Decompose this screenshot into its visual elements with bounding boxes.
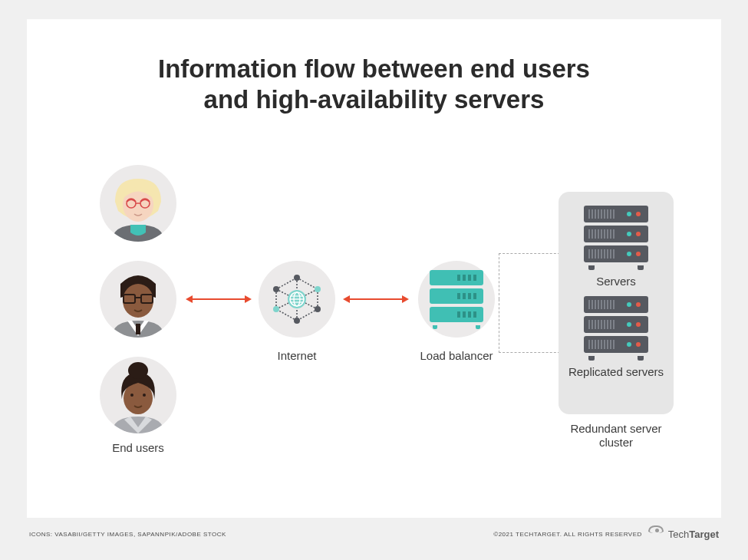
globe-network-icon [270, 272, 324, 326]
diagram-card: Information flow between end users and h… [27, 19, 721, 518]
svg-point-25 [294, 275, 300, 281]
person-icon [100, 357, 176, 433]
svg-point-28 [294, 318, 300, 324]
connector-to-replicas [499, 299, 560, 353]
svg-line-18 [276, 278, 297, 289]
svg-point-27 [315, 306, 321, 312]
load-balancer-icon [430, 270, 483, 329]
connector-to-servers [499, 253, 560, 299]
cluster-label: Redundant server cluster [555, 422, 677, 450]
svg-point-26 [315, 286, 321, 292]
replicated-servers-label: Replicated servers [568, 365, 664, 379]
copyright-text: ©2021 TechTarget. All Rights Reserved [493, 531, 642, 538]
title-line-2: and high-availability servers [204, 85, 545, 114]
svg-point-11 [130, 394, 133, 397]
load-balancer-node [418, 261, 495, 338]
svg-point-30 [273, 286, 279, 292]
load-balancer-label: Load balancer [403, 349, 510, 364]
techtarget-logo: TechTarget [668, 529, 719, 540]
servers-label: Servers [596, 275, 636, 288]
server-cluster-box: Servers Replicated servers [559, 192, 674, 414]
svg-point-4 [123, 284, 153, 318]
techtarget-eye-icon [648, 525, 664, 533]
server-rack-icon [584, 296, 648, 361]
end-users-label: End users [84, 441, 192, 456]
person-icon [100, 165, 176, 242]
internet-label: Internet [243, 349, 351, 364]
diagram-title: Information flow between end users and h… [27, 19, 721, 116]
diagram-area: End users [27, 153, 721, 518]
person-icon [100, 261, 176, 338]
svg-line-15 [297, 309, 318, 321]
avatar-user-3 [100, 357, 176, 433]
server-rack-icon [584, 206, 648, 270]
svg-line-13 [297, 278, 318, 289]
svg-rect-8 [136, 324, 140, 334]
svg-point-12 [143, 394, 146, 397]
arrow-users-internet [192, 298, 245, 300]
title-line-1: Information flow between end users [158, 54, 590, 83]
icons-credit: Icons: VASABII/Getty Images, Sapannpik/A… [29, 531, 226, 538]
avatar-user-1 [100, 165, 176, 242]
svg-point-10 [128, 362, 148, 379]
internet-node [259, 261, 335, 338]
arrow-internet-lb [349, 298, 403, 300]
svg-point-29 [273, 306, 279, 312]
avatar-user-2 [100, 261, 176, 338]
attribution-footer: Icons: VASABII/Getty Images, Sapannpik/A… [0, 525, 748, 556]
svg-line-16 [276, 309, 297, 321]
